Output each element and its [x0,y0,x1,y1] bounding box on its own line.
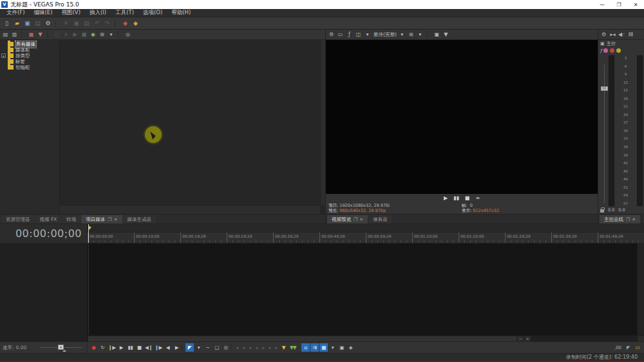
close-button[interactable]: ✕ [627,0,644,9]
render-as-icon[interactable]: ▤ [33,19,43,28]
paste-icon[interactable]: ▤ [82,19,91,28]
ignore-event-grouping-button[interactable]: ▣ [337,343,346,352]
record-button[interactable]: ● [90,343,98,352]
normal-edit-tool-button[interactable]: ◤ [185,343,194,352]
preview-menu-button[interactable]: ≡ [475,195,480,201]
media-vertical-scrollbar[interactable] [320,40,325,205]
project-properties-icon[interactable]: ⚙ [43,19,53,28]
tab-float-icon[interactable]: ❐ [354,217,357,222]
disabled-tool-button[interactable]: ▪ [234,343,240,352]
dock-tab[interactable]: 媒体生成器 ❐ ✕ [123,215,156,224]
disabled-tool-button[interactable]: ▪ [267,343,272,352]
import-media-icon[interactable]: ▦ [27,31,35,39]
media-bin-tree-item[interactable]: 智能柜 [0,64,59,70]
insert-marker-button[interactable]: ▼ [279,343,288,352]
mixer-faders-icon[interactable]: ⦀⦀ [627,31,635,39]
undo-icon[interactable]: ↶ [92,19,102,28]
cut-icon[interactable]: ✕ [61,19,71,28]
play-button[interactable]: ▶ [117,343,126,352]
separator[interactable] [55,20,59,27]
whats-this-help-icon[interactable]: ◆ [131,19,140,28]
separator[interactable] [182,344,185,351]
insert-bus-icon[interactable]: ▸◂ [609,31,617,39]
separator[interactable] [115,20,118,27]
menu-item[interactable]: 工具(T) [111,9,138,17]
dock-tab[interactable]: 主控总线 ❐ ✕ [600,215,640,224]
preview-pause-button[interactable]: ▮▮ [453,195,459,201]
tab-float-icon[interactable]: ❐ [108,217,111,222]
views-dropdown-icon[interactable]: ▾ [107,31,115,39]
dock-tab[interactable]: 视频 FX ❐ ✕ [35,215,62,224]
menu-item[interactable]: 编辑(E) [30,9,57,17]
go-to-end-button[interactable]: ❙▶ [154,343,163,352]
views-grid-icon[interactable]: ⊞ [98,31,106,39]
tab-close-icon[interactable]: ✕ [114,217,118,222]
loop-playback-button[interactable]: ↻ [99,343,107,352]
media-file-list[interactable] [60,40,325,214]
menu-item[interactable]: 插入(I) [86,9,110,17]
interactive-tutorials-icon[interactable]: ◆ [120,19,130,28]
scrollbar-thumb[interactable] [88,336,516,341]
search-icon[interactable]: ◎ [124,31,132,39]
new-project-icon[interactable]: ▯ [2,19,12,28]
normal-edit-mode-button[interactable]: ◈ [346,343,355,352]
mixer-speaker-icon[interactable]: ◀᛫ [618,31,626,39]
selection-tool-button[interactable]: ▢ [213,343,221,352]
video-output-fx-icon[interactable]: ƒ [345,31,354,39]
play-from-start-button[interactable]: ❙▶ [108,343,117,352]
timeline-overview-icon[interactable]: ▭ [635,345,640,350]
menu-item[interactable]: 视图(V) [58,9,84,17]
disabled-tool-button[interactable]: ▪ [247,343,253,352]
bus-mute-icon[interactable] [603,48,608,53]
capture-video-icon[interactable]: ▼ [36,31,44,39]
tab-close-icon[interactable]: ✕ [632,217,636,222]
auto-ripple-dropdown[interactable]: ▾ [328,343,337,352]
timecode-display[interactable]: 00:00:00;00 [0,224,88,243]
edit-cursor-icon[interactable]: ◤ [627,345,630,350]
previous-frame-button[interactable]: ◀ [164,343,172,352]
dock-tab[interactable]: 视频预览 ❐ ✕ [327,215,368,224]
marker-bar[interactable] [88,224,644,233]
track-list[interactable] [0,243,88,341]
open-project-icon[interactable]: ▰ [12,19,22,28]
external-monitor-icon[interactable]: ▭ [336,31,345,39]
maximize-button[interactable]: ❐ [611,0,627,9]
copy-icon[interactable]: ▣ [71,19,81,28]
dock-tab[interactable]: 修剪器 ❐ ✕ [368,215,392,224]
dock-tab[interactable]: 资源管理器 ❐ ✕ [1,215,35,224]
overlays-dropdown-icon[interactable]: ▾ [416,31,424,39]
time-ruler[interactable]: 00:00:00;0000:00:10;0000:00:19;2900:00:2… [88,233,644,243]
zoom-out-button[interactable]: − [517,336,524,341]
detail-view-icon[interactable]: ▥ [10,31,19,39]
menu-item[interactable]: 文件(F) [3,9,29,17]
tab-float-icon[interactable]: ❐ [626,217,630,222]
edit-tool-dropdown[interactable]: ▾ [194,343,203,352]
separator[interactable] [298,344,301,351]
insert-region-button[interactable]: ▼▼ [289,343,297,352]
copy-snapshot-icon[interactable]: ▣ [433,31,441,39]
separator[interactable] [47,31,51,38]
media-horizontal-scrollbar[interactable] [60,205,320,214]
dock-tab[interactable]: 转场 ❐ ✕ [62,215,80,224]
rate-slider[interactable]: ≡ [40,347,82,348]
envelope-tool-button[interactable]: ~ [204,343,212,352]
lock-envelopes-button[interactable]: ▦ [319,343,328,352]
extract-audio-icon[interactable]: ∧ [62,31,70,39]
tree-expander-icon[interactable]: + [1,53,6,58]
pause-button[interactable]: ▮▮ [126,343,135,352]
preview-stop-icon[interactable]: ■ [80,31,88,39]
bus-fx-icon[interactable]: ƒ [600,48,601,53]
zoom-tool-button[interactable]: ◎ [222,343,230,352]
fader-handle-icon[interactable]: 88 [601,86,608,91]
record-icon[interactable]: ○ [53,31,61,39]
disabled-tool-button[interactable]: ▪ [260,343,266,352]
track-view[interactable]: − + [88,243,644,341]
preview-settings-icon[interactable]: ⚙ [327,31,336,39]
quality-dropdown-icon[interactable]: ▾ [398,31,406,39]
media-fx-icon[interactable]: ◉ [89,31,97,39]
minimize-button[interactable]: — [594,0,611,9]
tab-close-icon[interactable]: ✕ [359,217,363,222]
disabled-tool-button[interactable]: ▪ [273,343,279,352]
auto-ripple-button[interactable]: ⇉ [310,343,319,352]
menu-item[interactable]: 选项(O) [139,9,166,17]
